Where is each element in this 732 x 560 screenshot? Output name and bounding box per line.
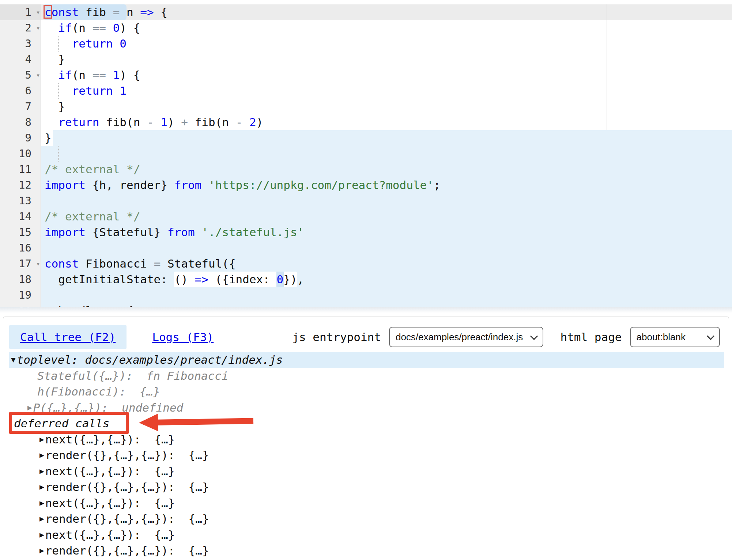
tree-row-call[interactable]: ▶next({…},{…}): {…} <box>9 495 724 511</box>
code-line[interactable] <box>0 287 732 303</box>
tree-row-muted[interactable]: Stateful({…}): fn Fibonacci <box>9 368 724 384</box>
token-pl: }), <box>283 273 304 286</box>
token-pl <box>45 116 58 129</box>
token-kw: import <box>45 178 86 192</box>
code-line[interactable]: /* external */ <box>0 209 732 224</box>
token-pl <box>195 226 202 239</box>
token-kw: const <box>45 257 79 270</box>
triangle-expanded-icon[interactable]: ▼ <box>11 352 16 368</box>
js-entrypoint-value: docs/examples/preact/index.js <box>396 332 523 343</box>
tree-row-text: render({},{…},{…}): {…} <box>45 543 209 559</box>
triangle-collapsed-icon[interactable]: ▶ <box>39 511 44 527</box>
triangle-collapsed-icon[interactable]: ▶ <box>39 463 44 480</box>
triangle-collapsed-icon[interactable]: ▶ <box>39 447 44 463</box>
chevron-down-icon <box>707 332 714 340</box>
code-line[interactable] <box>0 193 732 209</box>
tree-row-call[interactable]: ▶render({},{…},{…}): {…} <box>9 479 724 495</box>
code-line[interactable]: import {Stateful} from './stateful.js' <box>0 224 732 240</box>
token-kw: import <box>45 226 86 239</box>
code-line[interactable]: /* external */ <box>0 162 732 177</box>
tree-row-text: Stateful({…}): fn Fibonacci <box>37 368 229 384</box>
tree-row-label[interactable]: deferred calls <box>9 416 724 432</box>
tree-row-call[interactable]: ▶next({…},{…}): {…} <box>9 432 724 448</box>
token-pl <box>113 37 120 50</box>
tab-call-tree[interactable]: Call tree (F2) <box>9 325 127 349</box>
tree-row-muted[interactable]: h(Fibonacci): {…} <box>9 384 724 400</box>
code-line[interactable]: } <box>0 99 732 114</box>
tree-row-text: render({},{…},{…}): {…} <box>45 511 209 527</box>
token-op: == <box>93 68 106 82</box>
triangle-collapsed-icon[interactable]: ▶ <box>39 495 44 511</box>
token-pl: ) { <box>120 68 140 82</box>
code-line[interactable]: } <box>0 130 732 146</box>
tree-row-call[interactable]: ▶render({},{…},{…}): {…} <box>9 447 724 463</box>
token-num: 0 <box>113 21 120 34</box>
token-pl <box>201 178 208 192</box>
token-pl <box>45 21 58 34</box>
tree-row-text: render({},{…},{…}): {…} <box>45 479 209 495</box>
code-line[interactable]: if(n == 0) { <box>0 20 732 36</box>
code-line[interactable] <box>0 240 732 256</box>
tree-row-text: next({…},{…}): {…} <box>45 495 175 511</box>
tree-row-text: deferred calls <box>14 416 109 432</box>
token-pl: Fibonacci <box>79 257 154 270</box>
token-kw: from <box>167 226 195 239</box>
code-line[interactable]: getInitialState: () => ({index: 0}), <box>0 272 732 287</box>
token-pl: (n <box>72 21 93 34</box>
code-line[interactable]: import {h, render} from 'https://unpkg.c… <box>0 177 732 193</box>
token-pl: n <box>120 5 140 19</box>
tree-row-toplevel[interactable]: ▼toplevel: docs/examples/preact/index.js <box>9 352 724 368</box>
code-line[interactable]: const fib = n => { <box>0 4 732 20</box>
token-kw: if <box>58 68 72 82</box>
token-op: = <box>154 257 161 270</box>
triangle-collapsed-icon[interactable]: ▶ <box>39 543 44 559</box>
tree-row-call[interactable]: ▶render({},{…},{…}): {…} <box>9 543 724 559</box>
code-editor[interactable]: 1▾2▾345▾67891011121314151617▾181920 cons… <box>0 0 732 307</box>
chevron-down-icon <box>530 332 537 340</box>
code-line[interactable] <box>0 146 732 162</box>
tree-row-call[interactable]: ▶next({…},{…}): {…} <box>9 527 724 543</box>
token-pl <box>106 68 113 82</box>
triangle-collapsed-icon[interactable]: ▶ <box>39 479 44 495</box>
token-pl <box>45 37 72 50</box>
token-pl: } <box>45 131 52 144</box>
token-pl: } <box>45 100 65 113</box>
code-line[interactable]: } <box>0 52 732 67</box>
code-line[interactable]: return fib(n - 1) + fib(n - 2) <box>0 114 732 130</box>
token-kw: if <box>58 21 72 34</box>
token-com: /* external */ <box>45 163 140 176</box>
token-op: - <box>147 116 154 129</box>
code-lines[interactable]: const fib = n => { if(n == 0) { return 0… <box>0 4 732 307</box>
code-line[interactable]: return 0 <box>0 36 732 52</box>
token-num: 1 <box>113 68 120 82</box>
token-op: + <box>181 116 188 129</box>
tree-row-text: next({…},{…}): {…} <box>45 432 175 448</box>
tree-row-call[interactable]: ▶render({},{…},{…}): {…} <box>9 511 724 527</box>
token-kw: return <box>72 84 113 97</box>
token-num: 0 <box>277 273 284 286</box>
tree-row-pcall[interactable]: ▶P({…},{…}): undefined <box>9 400 724 416</box>
code-line[interactable]: const Fibonacci = Stateful({ <box>0 256 732 272</box>
token-pl: (n <box>72 68 93 82</box>
panel-header: Call tree (F2) Logs (F3) js entrypoint d… <box>3 317 729 352</box>
token-kw: return <box>72 37 113 50</box>
js-entrypoint-select[interactable]: docs/examples/preact/index.js <box>389 327 543 347</box>
code-line[interactable]: if(n == 1) { <box>0 67 732 83</box>
token-op: - <box>236 116 243 129</box>
tree-row-call[interactable]: ▶next({…},{…}): {…} <box>9 463 724 480</box>
triangle-collapsed-icon[interactable]: ▶ <box>39 527 44 543</box>
token-pl: fib(n <box>99 116 147 129</box>
code-line[interactable]: return 1 <box>0 83 732 99</box>
token-op: == <box>93 21 106 34</box>
token-num: 1 <box>120 84 127 97</box>
token-pl: ; <box>434 178 441 192</box>
html-page-value: about:blank <box>637 332 686 343</box>
triangle-collapsed-icon[interactable]: ▶ <box>39 432 44 448</box>
token-pl <box>242 116 249 129</box>
triangle-collapsed-icon[interactable]: ▶ <box>27 400 32 416</box>
token-pl <box>106 21 113 34</box>
tab-logs[interactable]: Logs (F3) <box>152 330 214 344</box>
token-pl: ) <box>256 116 263 129</box>
html-page-select[interactable]: about:blank <box>630 327 720 347</box>
code-line[interactable]: handlers: { <box>0 303 732 307</box>
